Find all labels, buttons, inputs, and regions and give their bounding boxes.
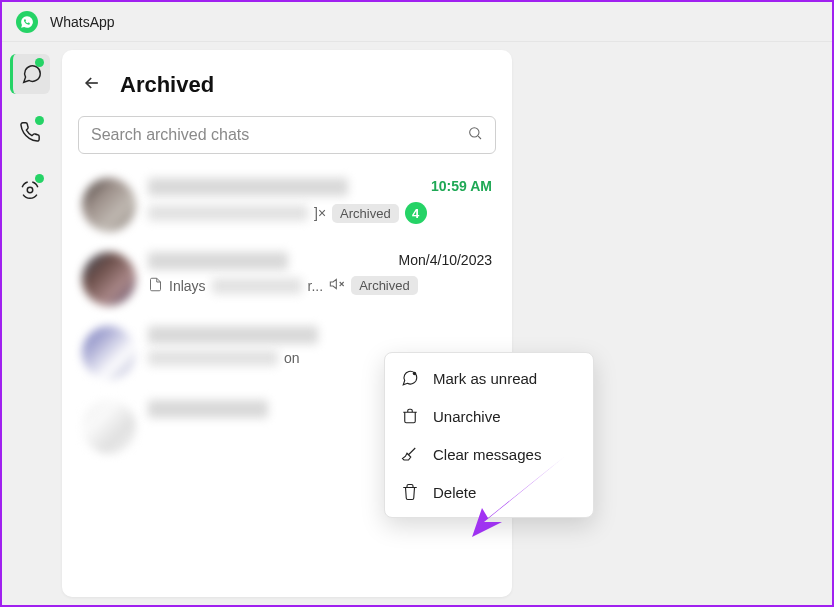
search-input[interactable] xyxy=(91,126,467,144)
chat-time: 10:59 AM xyxy=(431,178,492,194)
context-menu: Mark as unread Unarchive Clear messages … xyxy=(384,352,594,518)
broom-icon xyxy=(401,445,419,463)
archived-badge: Archived xyxy=(332,204,399,223)
mute-icon xyxy=(329,276,345,295)
notification-dot-icon xyxy=(35,174,44,183)
nav-calls-button[interactable] xyxy=(10,112,50,152)
search-icon xyxy=(467,125,483,145)
chat-preview-suffix: ]× xyxy=(314,205,326,221)
back-button[interactable] xyxy=(82,73,102,97)
chat-name xyxy=(148,178,348,196)
menu-label: Unarchive xyxy=(433,408,501,425)
nav-chats-button[interactable] xyxy=(10,54,50,94)
menu-unarchive[interactable]: Unarchive xyxy=(385,397,593,435)
menu-delete[interactable]: Delete xyxy=(385,473,593,511)
unread-count-badge: 4 xyxy=(405,202,427,224)
chat-row[interactable]: 10:59 AM ]× Archived 4 xyxy=(76,168,498,242)
document-icon xyxy=(148,277,163,295)
menu-label: Clear messages xyxy=(433,446,541,463)
svg-point-0 xyxy=(27,187,33,193)
avatar xyxy=(82,400,136,454)
avatar xyxy=(82,178,136,232)
chat-row[interactable]: Mon/4/10/2023 Inlays r... Archived xyxy=(76,242,498,316)
avatar xyxy=(82,252,136,306)
chat-name xyxy=(148,326,318,344)
archive-box-icon xyxy=(401,407,419,425)
menu-label: Mark as unread xyxy=(433,370,537,387)
chat-preview xyxy=(148,205,308,221)
chat-unread-icon xyxy=(401,369,419,387)
chat-preview-doc: Inlays xyxy=(169,278,206,294)
chat-time: Mon/4/10/2023 xyxy=(399,252,492,268)
whatsapp-logo-icon xyxy=(16,11,38,33)
nav-rail xyxy=(2,42,58,605)
notification-dot-icon xyxy=(35,58,44,67)
archived-panel: Archived 10:59 AM ]× Archived 4 xyxy=(62,50,512,597)
chat-preview xyxy=(148,350,278,366)
chat-preview-suffix: r... xyxy=(308,278,324,294)
title-bar: WhatsApp xyxy=(2,2,832,42)
svg-point-2 xyxy=(413,372,416,375)
notification-dot-icon xyxy=(35,116,44,125)
app-title: WhatsApp xyxy=(50,14,115,30)
avatar xyxy=(82,326,136,380)
chat-preview xyxy=(212,278,302,294)
chat-name xyxy=(148,400,268,418)
trash-icon xyxy=(401,483,419,501)
menu-clear-messages[interactable]: Clear messages xyxy=(385,435,593,473)
chat-preview-suffix: on xyxy=(284,350,300,366)
search-field[interactable] xyxy=(78,116,496,154)
nav-status-button[interactable] xyxy=(10,170,50,210)
menu-mark-unread[interactable]: Mark as unread xyxy=(385,359,593,397)
archived-badge: Archived xyxy=(351,276,418,295)
svg-point-1 xyxy=(470,128,479,137)
menu-label: Delete xyxy=(433,484,476,501)
page-title: Archived xyxy=(120,72,214,98)
chat-name xyxy=(148,252,288,270)
